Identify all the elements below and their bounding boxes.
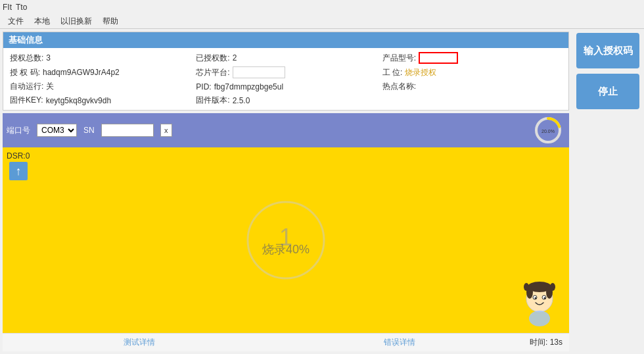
firmware-key-label: 固件KEY: [10,95,43,106]
used-auth-label: 已授权数: [196,53,229,64]
used-auth-row: 已授权数: 2 [196,52,375,64]
total-auth-label: 授权总数: [10,53,43,64]
total-auth-value: 3 [46,53,51,63]
chip-platform-label: 芯片平台: [196,67,229,78]
burn-display: 1 烧录40% [3,147,569,333]
burn-circle-wrapper: 1 烧录40% [243,197,329,283]
auto-run-value: 关 [46,81,54,92]
pid-label: PID: [196,82,211,91]
burn-label: 烧录40% [262,241,310,257]
chip-platform-input[interactable] [233,66,285,78]
mascot-icon [517,280,563,326]
main-content: 基础信息 授权总数: 3 已授权数: 2 产品型号: 授 权 码: [0,29,644,354]
firmware-version-value: 2.5.0 [233,96,250,105]
used-auth-value: 2 [233,53,237,63]
basic-info-header: 基础信息 [3,32,568,48]
total-auth-row: 授权总数: 3 [10,52,189,64]
port-label: 端口号 [7,125,30,136]
svg-point-6 [535,297,537,299]
mascot [517,280,563,326]
menu-bar: 文件 本地 以旧换新 帮助 [0,14,644,29]
progress-circle-container: 20.0% [534,116,563,145]
hotspot-label: 热点名称: [382,81,416,92]
menu-help[interactable]: 帮助 [97,14,124,28]
basic-info-body: 授权总数: 3 已授权数: 2 产品型号: 授 权 码: hadqm9AGW9J… [3,48,568,110]
title-text2: Tto [16,3,27,12]
firmware-key-value: keytg5kq8gvkv9dh [46,96,111,105]
product-model-input[interactable] [419,52,458,64]
dsr-label: DSR:0 [7,151,30,161]
pid-value: fbg7dmmpzgbge5ul [214,82,283,91]
time-display: 时间: 13s [530,337,563,348]
chip-platform-row: 芯片平台: [196,66,375,78]
pid-row: PID: fbg7dmmpzgbge5ul [196,81,375,92]
auto-run-row: 自动运行: 关 [10,81,189,92]
sn-clear-button[interactable]: x [160,124,172,137]
right-panel: 输入授权码 停止 [572,29,644,354]
product-model-row: 产品型号: [382,52,562,64]
firmware-key-row: 固件KEY: keytg5kq8gvkv9dh [10,95,189,106]
stop-button[interactable]: 停止 [576,74,639,109]
svg-point-11 [550,283,555,291]
sn-input[interactable] [101,124,154,137]
svg-point-7 [544,297,546,299]
auth-code-value: hadqm9AGW9JrA4p2 [43,68,120,77]
auto-run-label: 自动运行: [10,81,43,92]
menu-file[interactable]: 文件 [3,14,29,28]
firmware-version-row: 固件版本: 2.5.0 [196,95,375,106]
title-text1: FIt [3,3,12,12]
title-bar: FIt Tto [0,0,644,14]
up-arrow-icon: ↑ [16,165,22,177]
bottom-bar: 测试详情 错误详情 时间: 13s [3,333,569,351]
firmware-version-label: 固件版本: [196,95,229,106]
basic-info-section: 基础信息 授权总数: 3 已授权数: 2 产品型号: 授 权 码: [3,32,569,111]
yellow-area: DSR:0 ↑ 1 烧录40% [3,147,569,333]
left-panel: 基础信息 授权总数: 3 已授权数: 2 产品型号: 授 权 码: [0,29,572,354]
hotspot-row: 热点名称: [382,81,562,92]
svg-point-13 [529,311,550,326]
auth-button[interactable]: 输入授权码 [576,33,639,68]
work-status-row: 工 位: 烧录授权 [382,66,562,78]
menu-exchange[interactable]: 以旧换新 [55,14,97,28]
up-arrow-button[interactable]: ↑ [9,162,28,180]
sn-label: SN [83,126,95,135]
error-detail-link[interactable]: 错误详情 [269,337,530,348]
work-status-value[interactable]: 烧录授权 [405,67,436,78]
progress-text: 20.0% [541,129,555,134]
work-status-label: 工 位: [382,67,403,78]
product-model-label: 产品型号: [382,53,416,64]
auth-code-label: 授 权 码: [10,67,40,78]
test-detail-link[interactable]: 测试详情 [9,337,269,348]
empty-row [382,95,562,106]
menu-local[interactable]: 本地 [29,14,55,28]
port-select[interactable]: COM3 COM1 COM2 COM4 [37,124,77,137]
progress-circle: 20.0% [534,116,563,145]
port-sn-row: 端口号 COM3 COM1 COM2 COM4 SN x 20.0% [3,113,569,147]
svg-point-12 [524,283,529,291]
auth-code-row: 授 权 码: hadqm9AGW9JrA4p2 [10,66,189,78]
